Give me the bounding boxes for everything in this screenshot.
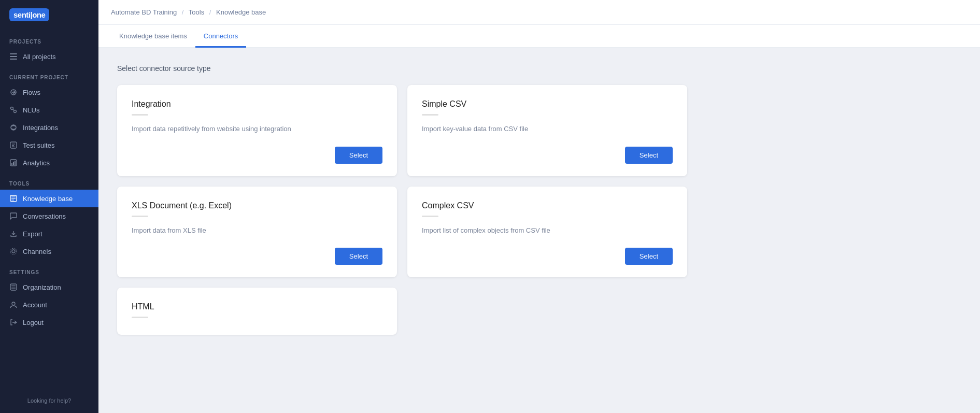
card-simple-csv-title: Simple CSV	[422, 99, 673, 109]
integration-select-button[interactable]: Select	[335, 147, 382, 164]
card-complex-csv-action: Select	[422, 248, 673, 265]
organization-icon	[9, 283, 18, 291]
sidebar-item-conversations[interactable]: Conversations	[0, 207, 98, 225]
sidebar-item-account[interactable]: Account	[0, 296, 98, 314]
tools-section-label: TOOLS	[0, 172, 98, 190]
breadcrumb-sep2: /	[209, 8, 211, 16]
connector-cards-grid: Integration Import data repetitively fro…	[117, 85, 687, 335]
card-xls-action: Select	[132, 248, 382, 265]
breadcrumb-project[interactable]: Automate BD Training	[111, 8, 177, 16]
svg-point-4	[11, 107, 13, 110]
settings-section-label: SETTINGS	[0, 260, 98, 278]
projects-section-label: PROJECTS	[0, 30, 98, 48]
sidebar-item-test-suites[interactable]: Test suites	[0, 136, 98, 154]
content-area: Select connector source type Integration…	[98, 48, 980, 413]
conversations-icon	[9, 212, 18, 220]
export-label: Export	[23, 230, 42, 238]
nlus-icon	[9, 106, 18, 114]
flows-icon	[9, 88, 18, 96]
sidebar: senti|one PROJECTS All projects CURRENT …	[0, 0, 98, 413]
card-simple-csv-divider	[422, 114, 438, 116]
card-integration-title: Integration	[132, 99, 382, 109]
svg-rect-0	[10, 53, 17, 54]
sidebar-item-analytics[interactable]: Analytics	[0, 154, 98, 172]
analytics-icon	[9, 159, 18, 167]
account-label: Account	[23, 301, 47, 309]
sidebar-item-flows[interactable]: Flows	[0, 83, 98, 101]
sidebar-item-integrations[interactable]: Integrations	[0, 119, 98, 136]
svg-rect-1	[10, 56, 17, 57]
integrations-label: Integrations	[23, 124, 58, 132]
breadcrumb: Automate BD Training / Tools / Knowledge…	[98, 0, 980, 25]
card-simple-csv: Simple CSV Import key-value data from CS…	[407, 85, 687, 176]
card-integration-action: Select	[132, 147, 382, 164]
logout-icon	[9, 318, 18, 326]
breadcrumb-tools[interactable]: Tools	[189, 8, 204, 16]
card-integration-desc: Import data repetitively from website us…	[132, 124, 382, 134]
card-html-title: HTML	[132, 302, 382, 311]
card-complex-csv-desc: Import list of complex objects from CSV …	[422, 225, 673, 236]
account-icon	[9, 301, 18, 309]
card-html: HTML	[117, 288, 397, 335]
card-xls-divider	[132, 216, 148, 217]
svg-rect-10	[13, 162, 14, 165]
svg-point-5	[14, 110, 17, 113]
svg-point-13	[12, 250, 15, 253]
analytics-label: Analytics	[23, 159, 50, 167]
conversations-label: Conversations	[23, 212, 66, 220]
breadcrumb-sep1: /	[182, 8, 184, 16]
sidebar-logo: senti|one	[0, 0, 98, 30]
sidebar-item-organization[interactable]: Organization	[0, 278, 98, 296]
tab-knowledge-base-items[interactable]: Knowledge base items	[111, 25, 195, 48]
xls-select-button[interactable]: Select	[335, 248, 382, 265]
card-xls-title: XLS Document (e.g. Excel)	[132, 201, 382, 210]
section-title: Select connector source type	[117, 64, 961, 73]
svg-rect-2	[10, 59, 17, 60]
main-content: Automate BD Training / Tools / Knowledge…	[98, 0, 980, 413]
sidebar-item-knowledge-base[interactable]: Knowledge base	[0, 190, 98, 207]
card-complex-csv: Complex CSV Import list of complex objec…	[407, 187, 687, 278]
organization-label: Organization	[23, 283, 61, 291]
logout-label: Logout	[23, 319, 44, 326]
sidebar-item-export[interactable]: Export	[0, 225, 98, 243]
card-simple-csv-action: Select	[422, 147, 673, 164]
current-project-label: CURRENT PROJECT	[0, 65, 98, 83]
integrations-icon	[9, 123, 18, 132]
card-xls-desc: Import data from XLS file	[132, 225, 382, 236]
card-integration-divider	[132, 114, 148, 116]
card-html-divider	[132, 317, 148, 318]
export-icon	[9, 230, 18, 238]
svg-point-14	[10, 248, 17, 254]
sidebar-item-channels[interactable]: Channels	[0, 243, 98, 260]
simple-csv-select-button[interactable]: Select	[625, 147, 673, 164]
help-link[interactable]: Looking for help?	[0, 392, 98, 409]
card-complex-csv-title: Complex CSV	[422, 201, 673, 210]
svg-point-16	[12, 302, 15, 305]
knowledge-base-icon	[9, 194, 18, 203]
test-suites-icon	[9, 141, 18, 149]
card-complex-csv-divider	[422, 216, 438, 217]
flows-label: Flows	[23, 89, 40, 96]
sidebar-item-all-projects[interactable]: All projects	[0, 48, 98, 65]
sidebar-item-nlus[interactable]: NLUs	[0, 101, 98, 119]
all-projects-label: All projects	[23, 53, 56, 61]
knowledge-base-label: Knowledge base	[23, 195, 73, 203]
channels-label: Channels	[23, 248, 51, 255]
logo-text: senti|one	[9, 8, 49, 21]
channels-icon	[9, 247, 18, 255]
sidebar-item-logout[interactable]: Logout	[0, 314, 98, 331]
complex-csv-select-button[interactable]: Select	[625, 248, 673, 265]
card-xls-document: XLS Document (e.g. Excel) Import data fr…	[117, 187, 397, 278]
breadcrumb-page: Knowledge base	[216, 8, 266, 16]
test-suites-label: Test suites	[23, 141, 54, 149]
svg-rect-9	[11, 163, 12, 165]
card-simple-csv-desc: Import key-value data from CSV file	[422, 124, 673, 134]
list-icon	[9, 52, 18, 61]
svg-rect-11	[15, 161, 16, 165]
tab-connectors[interactable]: Connectors	[195, 25, 246, 48]
tabs-bar: Knowledge base items Connectors	[98, 25, 980, 48]
nlus-label: NLUs	[23, 106, 40, 114]
card-integration: Integration Import data repetitively fro…	[117, 85, 397, 176]
